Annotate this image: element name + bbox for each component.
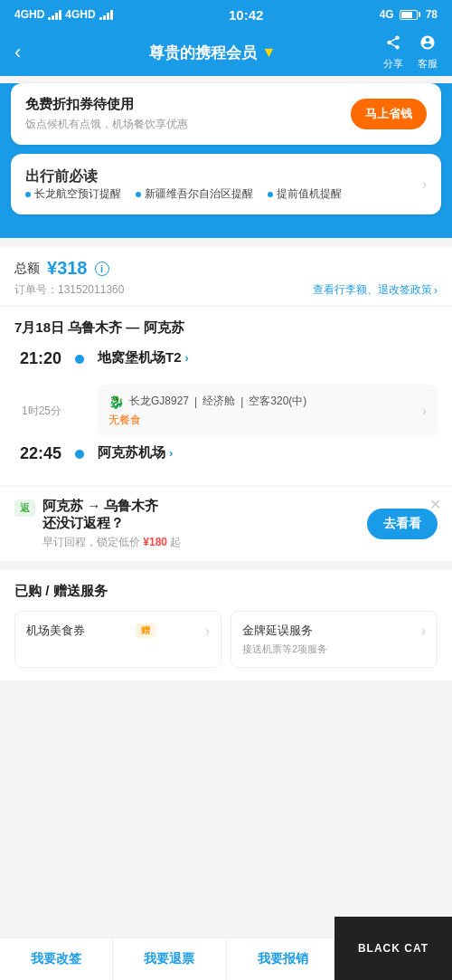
carrier1-label: 4GHD [14, 8, 44, 21]
notice-row: 出行前必读 长龙航空预订提醒 新疆维吾尔自治区提醒 提前值机提醒 [25, 167, 427, 202]
departure-row: 21:20 地窝堡机场T2 › [14, 349, 438, 377]
price-value: ¥318 [47, 258, 88, 279]
departure-dot [75, 355, 84, 364]
timeline-line-area-top [72, 349, 87, 364]
coupon-title: 免费折扣券待使用 [25, 96, 188, 113]
nav-bar: ‹ 尊贵的携程会员 ▼ 分享 客服 [0, 29, 452, 76]
service-tag-1: 赠 [136, 623, 155, 638]
notice-arrow-icon[interactable]: › [422, 176, 427, 193]
separator1: | [194, 395, 197, 408]
flight-detail-card[interactable]: 🐉 长龙GJ8927 | 经济舱 | 空客320(中) 无餐食 › [98, 385, 438, 437]
return-book-button[interactable]: 去看看 [367, 509, 438, 539]
coupon-desc: 饭点候机有点饿，机场餐饮享优惠 [25, 117, 188, 132]
service-name-1: 机场美食券 [26, 623, 85, 639]
coupon-button[interactable]: 马上省钱 [351, 99, 427, 129]
service-item-delay[interactable]: 金牌延误服务 › 接送机票等2项服务 [231, 611, 438, 668]
arrival-arrow-icon: › [169, 446, 173, 460]
meal-info: 无餐食 [108, 413, 141, 428]
notice-dot-icon [268, 192, 273, 197]
return-desc-text: 早订回程，锁定低价 [42, 536, 140, 548]
services-grid: 机场美食券 赠 › 金牌延误服务 › 接送机票等2项服务 [14, 611, 438, 668]
refund-ticket-button[interactable]: 我要退票 [113, 938, 226, 980]
time-label: 10:42 [229, 7, 263, 23]
share-icon [385, 34, 401, 55]
signal-bar [55, 13, 58, 20]
departure-time: 21:20 [14, 349, 61, 368]
signal-bars-2 [99, 9, 113, 20]
notice-item-label: 提前值机提醒 [277, 186, 342, 202]
signal-bar [110, 10, 113, 20]
return-text: 阿克苏 → 乌鲁木齐 还没订返程？ 早订回程，锁定低价 ¥180 起 [42, 498, 181, 550]
arrival-station[interactable]: 阿克苏机场 › [98, 444, 438, 461]
service-item-airport-food[interactable]: 机场美食券 赠 › [14, 611, 221, 668]
notice-item-label: 长龙航空预订提醒 [34, 186, 121, 202]
service-name-2: 金牌延误服务 [242, 623, 313, 639]
signal-bar [107, 13, 109, 20]
signal-bar [52, 15, 54, 20]
return-subtitle: 还没订返程？ [42, 515, 181, 532]
return-price-unit: 起 [170, 536, 181, 548]
price-amount: 318 [57, 258, 87, 278]
return-banner: ✕ 返 阿克苏 → 乌鲁木齐 还没订返程？ 早订回程，锁定低价 ¥180 起 去… [0, 487, 452, 561]
nav-title-area: 尊贵的携程会员 ▼ [42, 43, 383, 63]
coupon-card-inner: 免费折扣券待使用 饭点候机有点饿，机场餐饮享优惠 马上省钱 [25, 96, 427, 132]
notice-item-3: 提前值机提醒 [268, 186, 342, 202]
departure-station[interactable]: 地窝堡机场T2 › [98, 349, 438, 366]
flight-detail-arrow-icon: › [422, 403, 427, 419]
battery-label: 78 [426, 8, 438, 21]
service-arrow-icon-1: › [205, 623, 210, 638]
expense-button[interactable]: 我要报销 [227, 938, 340, 980]
return-tag: 返 [14, 500, 35, 517]
flight-no: 长龙GJ8927 [129, 394, 189, 409]
departure-content: 地窝堡机场T2 › [98, 349, 438, 377]
notice-item-1: 长龙航空预订提醒 [25, 186, 121, 202]
flight-section: 7月18日 乌鲁木齐 — 阿克苏 21:20 地窝堡机场T2 › 1时25分 [0, 307, 452, 485]
top-cards-area: 免费折扣券待使用 饭点候机有点饿，机场餐饮享优惠 马上省钱 出行前必读 长龙航空… [0, 83, 452, 238]
return-left: 返 阿克苏 → 乌鲁木齐 还没订返程？ 早订回程，锁定低价 ¥180 起 [14, 498, 181, 550]
back-button[interactable]: ‹ [14, 41, 42, 64]
aircraft-type: 空客320(中) [249, 394, 306, 409]
duration-label: 1时25分 [14, 404, 61, 419]
battery-body [400, 10, 418, 20]
flight-info-top: 🐉 长龙GJ8927 | 经济舱 | 空客320(中) [108, 394, 306, 409]
share-label: 分享 [383, 57, 403, 71]
change-ticket-button[interactable]: 我要改签 [0, 938, 113, 980]
battery-icon [400, 10, 420, 20]
service-label: 客服 [418, 57, 438, 71]
status-right: 4G 78 [380, 8, 438, 21]
share-button[interactable]: 分享 [383, 34, 403, 71]
return-title: 阿克苏 → 乌鲁木齐 [42, 498, 181, 515]
duration-row: 1时25分 🐉 长龙GJ8927 | 经济舱 | 空客320(中) 无餐食 [14, 377, 438, 444]
arrival-station-name: 阿克苏机场 [98, 444, 165, 461]
price-section: 总额 ¥318 i 订单号：13152011360 查看行李额、退改签政策 › [0, 247, 452, 305]
signal-bar [103, 15, 106, 20]
signal-bar [48, 17, 51, 20]
order-no-value: 13152011360 [58, 283, 124, 296]
network-label: 4G [380, 8, 394, 21]
status-bar: 4GHD 4GHD 10:42 4G [0, 0, 452, 29]
timeline-line-area-bottom [72, 444, 87, 459]
service-icon [419, 34, 436, 55]
signal-bars-1 [48, 9, 61, 20]
service-item-row-2: 金牌延误服务 › [242, 623, 426, 639]
nav-title: 尊贵的携程会员 [149, 43, 257, 63]
price-info-icon[interactable]: i [95, 262, 109, 276]
flight-info-bottom: 无餐食 [108, 413, 306, 428]
return-inner: 返 阿克苏 → 乌鲁木齐 还没订返程？ 早订回程，锁定低价 ¥180 起 去看看 [14, 498, 438, 550]
battery-fill [401, 12, 412, 18]
info-letter: i [100, 263, 103, 274]
arrival-time: 22:45 [14, 444, 61, 463]
separator2: | [240, 395, 243, 408]
signal-bar [59, 10, 61, 20]
flight-info: 🐉 长龙GJ8927 | 经济舱 | 空客320(中) 无餐食 [108, 394, 306, 428]
arrival-content: 阿克苏机场 › [98, 444, 438, 472]
notice-item-2: 新疆维吾尔自治区提醒 [136, 186, 253, 202]
return-close-button[interactable]: ✕ [429, 496, 441, 513]
service-button[interactable]: 客服 [418, 34, 438, 71]
policy-link[interactable]: 查看行李额、退改签政策 › [313, 282, 438, 298]
notice-items: 长龙航空预订提醒 新疆维吾尔自治区提醒 提前值机提醒 [25, 186, 422, 202]
price-symbol: ¥ [47, 258, 57, 278]
return-price: ¥180 [143, 536, 167, 548]
watermark: BLACK CAT [334, 917, 452, 980]
coupon-card: 免费折扣券待使用 饭点候机有点饿，机场餐饮享优惠 马上省钱 [11, 83, 441, 145]
